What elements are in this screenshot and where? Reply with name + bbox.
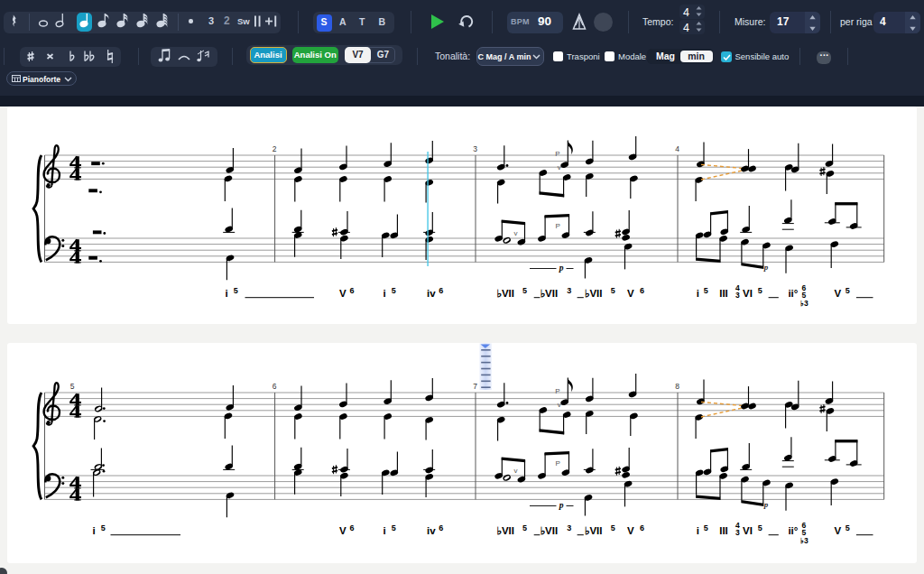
svg-text:6: 6 [439, 523, 443, 532]
svg-text:5: 5 [758, 286, 762, 295]
svg-text:3: 3 [567, 286, 571, 295]
svg-text:5: 5 [704, 286, 708, 295]
svg-text:iv: iv [427, 288, 436, 299]
svg-text:p: p [559, 501, 564, 510]
svg-text:5: 5 [845, 523, 850, 532]
svg-text:3: 3 [473, 144, 477, 153]
svg-text:ii°: ii° [788, 288, 798, 299]
svg-text:6: 6 [439, 286, 443, 295]
svg-text:V: V [627, 525, 634, 536]
svg-text:v: v [558, 401, 561, 409]
svg-text:5: 5 [392, 286, 396, 295]
svg-text:♭VII: ♭VII [585, 525, 603, 536]
svg-text:p: p [763, 263, 769, 272]
svg-text:i: i [93, 525, 96, 536]
svg-text:♭VII: ♭VII [541, 525, 559, 536]
svg-text:3: 3 [735, 528, 740, 537]
svg-text:6: 6 [350, 523, 355, 532]
svg-text:V: V [627, 288, 634, 299]
svg-text:V: V [339, 525, 346, 536]
svg-text:6: 6 [350, 286, 355, 295]
svg-text:5: 5 [704, 523, 708, 532]
svg-text:i: i [226, 288, 228, 299]
svg-text:3: 3 [567, 523, 571, 532]
svg-text:i: i [697, 525, 699, 536]
svg-text:P: P [555, 222, 559, 230]
svg-text:i: i [697, 288, 699, 299]
svg-text:v: v [514, 467, 518, 475]
svg-text:V: V [835, 525, 842, 536]
svg-text:p: p [763, 500, 769, 509]
svg-text:i: i [383, 288, 386, 299]
svg-text:P: P [555, 387, 559, 395]
svg-text:V: V [339, 288, 346, 299]
svg-text:3: 3 [735, 291, 740, 300]
svg-text:5: 5 [392, 523, 396, 532]
svg-text:5: 5 [70, 382, 75, 391]
svg-text:5: 5 [845, 286, 850, 295]
svg-text:8: 8 [675, 382, 679, 391]
svg-text:2: 2 [273, 144, 277, 153]
svg-text:6: 6 [640, 523, 644, 532]
svg-text:5: 5 [611, 523, 615, 532]
svg-text:7: 7 [473, 382, 477, 391]
svg-text:♭VII: ♭VII [497, 288, 515, 299]
svg-text:5: 5 [522, 286, 527, 295]
svg-text:iv: iv [427, 525, 436, 536]
svg-text:6: 6 [273, 382, 277, 391]
svg-text:VI: VI [743, 288, 753, 299]
svg-text:♭3: ♭3 [800, 536, 808, 545]
svg-text:P: P [555, 459, 559, 468]
svg-text:5: 5 [101, 523, 106, 532]
svg-text:♭VII: ♭VII [541, 288, 559, 299]
svg-text:5: 5 [522, 523, 527, 532]
svg-text:6: 6 [640, 286, 644, 295]
svg-text:v: v [558, 163, 561, 171]
svg-text:ii°: ii° [788, 525, 798, 536]
svg-text:III: III [719, 525, 728, 536]
svg-text:5: 5 [234, 286, 238, 295]
svg-text:i: i [383, 525, 386, 536]
svg-text:VI: VI [743, 525, 753, 536]
svg-text:v: v [514, 229, 518, 237]
svg-text:P: P [555, 150, 559, 158]
svg-text:4: 4 [675, 144, 679, 153]
svg-text:5: 5 [611, 286, 615, 295]
svg-text:III: III [719, 288, 728, 299]
svg-text:♭3: ♭3 [800, 299, 808, 308]
svg-text:p: p [559, 264, 564, 273]
svg-text:♭VII: ♭VII [497, 525, 515, 536]
svg-text:♭VII: ♭VII [585, 288, 603, 299]
svg-text:5: 5 [758, 523, 762, 532]
svg-text:V: V [835, 288, 842, 299]
